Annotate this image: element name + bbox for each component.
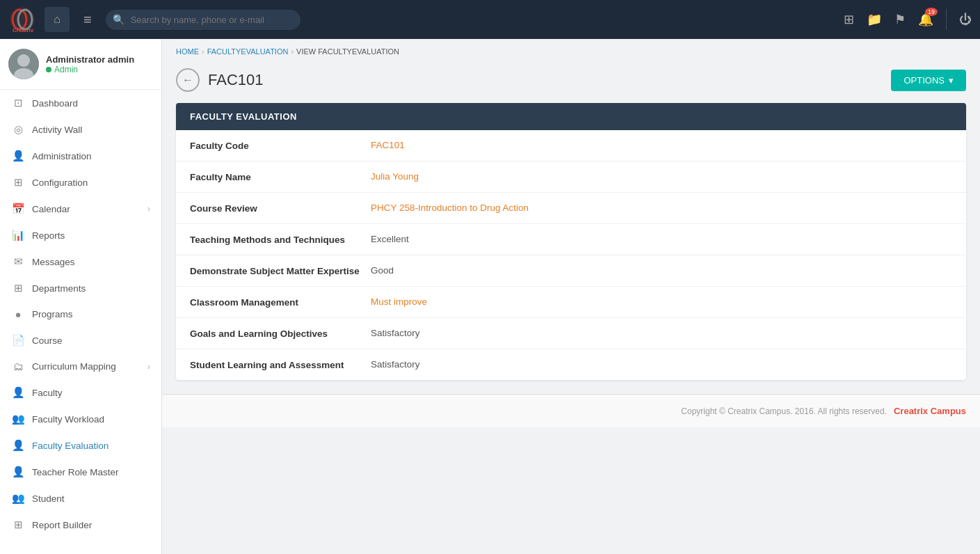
- field-label-course-review: Course Review: [190, 203, 371, 214]
- programs-icon: ●: [11, 308, 25, 320]
- sidebar-item-student[interactable]: 👥 Student: [0, 485, 161, 512]
- main-layout: Administrator admin Admin ⊡ Dashboard ◎ …: [0, 39, 980, 554]
- sidebar-item-reports[interactable]: 📊 Reports: [0, 222, 161, 248]
- back-button[interactable]: ←: [176, 68, 200, 92]
- field-label-classroom-management: Classroom Management: [190, 296, 371, 308]
- sidebar-item-label: Departments: [32, 283, 86, 294]
- field-row-subject-matter: Demonstrate Subject Matter Expertise Goo…: [176, 255, 966, 287]
- page-footer: Copyright © Creatrix Campus. 2016. All r…: [162, 394, 980, 427]
- sidebar-item-label: Reports: [32, 230, 65, 241]
- field-label-teaching-methods: Teaching Methods and Techniques: [190, 234, 371, 245]
- page-title: FAC101: [208, 71, 264, 89]
- workload-icon: 👥: [11, 413, 25, 425]
- evaluation-icon: 👤: [11, 439, 25, 452]
- dashboard-icon: ⊡: [11, 97, 25, 109]
- sidebar-item-label: Calendar: [32, 204, 70, 214]
- field-label-student-learning: Student Learning and Assessment: [190, 359, 371, 370]
- field-value-teaching-methods: Excellent: [371, 234, 952, 244]
- grid-icon: ⊞: [11, 176, 25, 189]
- sidebar-item-dashboard[interactable]: ⊡ Dashboard: [0, 90, 161, 116]
- sidebar-item-programs[interactable]: ● Programs: [0, 301, 161, 327]
- sidebar-item-label: Administration: [32, 151, 92, 161]
- field-row-classroom-management: Classroom Management Must improve: [176, 287, 966, 318]
- reports-icon: 📊: [11, 229, 25, 242]
- topnav-right-icons: ⊞ 📁 ⚑ 🔔 19 ⏻: [844, 9, 972, 30]
- sidebar-item-report-builder[interactable]: ⊞ Report Builder: [0, 512, 161, 538]
- sidebar-item-messages[interactable]: ✉ Messages: [0, 248, 161, 275]
- field-value-course-review[interactable]: PHCY 258-Introduction to Drug Action: [371, 203, 952, 213]
- student-icon: 👥: [11, 492, 25, 505]
- field-row-course-review: Course Review PHCY 258-Introduction to D…: [176, 193, 966, 224]
- power-icon[interactable]: ⏻: [959, 13, 972, 27]
- breadcrumb-sep1: ›: [202, 47, 204, 56]
- sidebar-item-faculty[interactable]: 👤 Faculty: [0, 379, 161, 406]
- breadcrumb-section[interactable]: FACULTYEVALUATION: [207, 47, 289, 56]
- breadcrumb: HOME › FACULTYEVALUATION › VIEW FACULTYE…: [162, 39, 980, 64]
- footer-copyright: Copyright © Creatrix Campus. 2016. All r…: [681, 406, 887, 416]
- sidebar-item-label: Teacher Role Master: [32, 467, 119, 477]
- messages-icon: ✉: [11, 255, 25, 268]
- breadcrumb-sep2: ›: [291, 47, 294, 56]
- breadcrumb-current: VIEW FACULTYEVALUATION: [296, 47, 399, 56]
- sidebar-item-label: Faculty Workload: [32, 414, 104, 425]
- sidebar-item-faculty-workload[interactable]: 👥 Faculty Workload: [0, 406, 161, 432]
- logo: Creatrix: [8, 6, 36, 33]
- sidebar-item-label: Course: [32, 335, 63, 346]
- field-label-goals-learning: Goals and Learning Objectives: [190, 328, 371, 339]
- sidebar-item-configuration[interactable]: ⊞ Configuration: [0, 169, 161, 196]
- user-info: Administrator admin Admin: [46, 54, 134, 74]
- online-indicator: [46, 67, 51, 72]
- grid-icon[interactable]: ⊞: [844, 12, 854, 27]
- sidebar-item-label: Curriculum Mapping: [32, 361, 116, 372]
- field-row-faculty-name: Faculty Name Julia Young: [176, 161, 966, 193]
- card-header: FACULTY EVALUATION: [176, 103, 966, 130]
- course-icon: 📄: [11, 334, 25, 347]
- sidebar-item-curriculum-mapping[interactable]: 🗂 Curriculum Mapping ›: [0, 354, 161, 379]
- home-button[interactable]: ⌂: [45, 7, 70, 32]
- card-body: Faculty Code FAC101 Faculty Name Julia Y…: [176, 130, 966, 380]
- sidebar-item-course[interactable]: 📄 Course: [0, 327, 161, 354]
- field-value-faculty-code[interactable]: FAC101: [371, 140, 952, 150]
- sidebar-item-label: Dashboard: [32, 98, 78, 109]
- calendar-icon: 📅: [11, 203, 25, 215]
- departments-icon: ⊞: [11, 282, 25, 294]
- field-value-goals-learning: Satisfactory: [371, 328, 952, 338]
- field-row-goals-learning: Goals and Learning Objectives Satisfacto…: [176, 318, 966, 349]
- search-input[interactable]: [106, 10, 300, 30]
- nav-divider: [946, 9, 947, 30]
- field-row-faculty-code: Faculty Code FAC101: [176, 130, 966, 161]
- sidebar-item-label: Programs: [32, 309, 73, 319]
- curriculum-icon: 🗂: [11, 361, 25, 372]
- field-row-student-learning: Student Learning and Assessment Satisfac…: [176, 349, 966, 380]
- chevron-right-icon: ›: [147, 204, 150, 214]
- search-area: 🔍: [106, 10, 300, 30]
- search-icon: 🔍: [113, 14, 124, 25]
- user-panel: Administrator admin Admin: [0, 39, 161, 90]
- sidebar-item-teacher-role-master[interactable]: 👤 Teacher Role Master: [0, 459, 161, 485]
- field-value-faculty-name[interactable]: Julia Young: [371, 171, 952, 182]
- options-button[interactable]: OPTIONS ▾: [891, 70, 966, 91]
- footer-logo: Creatrix Campus: [894, 406, 966, 416]
- main-content: HOME › FACULTYEVALUATION › VIEW FACULTYE…: [162, 39, 980, 554]
- svg-point-5: [17, 54, 30, 67]
- svg-text:Creatrix: Creatrix: [13, 27, 34, 33]
- sidebar-item-faculty-evaluation[interactable]: 👤 Faculty Evaluation: [0, 432, 161, 459]
- notification-icon[interactable]: 🔔 19: [918, 12, 933, 27]
- hamburger-button[interactable]: ≡: [78, 9, 97, 31]
- sidebar-item-activity-wall[interactable]: ◎ Activity Wall: [0, 116, 161, 143]
- page-header: ← FAC101 OPTIONS ▾: [162, 64, 980, 103]
- folder-icon[interactable]: 📁: [867, 12, 882, 27]
- sidebar-item-calendar[interactable]: 📅 Calendar ›: [0, 196, 161, 222]
- breadcrumb-home[interactable]: HOME: [176, 47, 199, 56]
- sidebar-item-departments[interactable]: ⊞ Departments: [0, 275, 161, 301]
- sidebar-item-administration[interactable]: 👤 Administration: [0, 143, 161, 169]
- field-label-faculty-name: Faculty Name: [190, 171, 371, 182]
- sidebar-item-label: Activity Wall: [32, 125, 82, 135]
- activity-icon: ◎: [11, 123, 25, 136]
- options-label: OPTIONS: [903, 75, 945, 86]
- faculty-icon: 👤: [11, 386, 25, 399]
- avatar: [8, 49, 39, 79]
- flag-icon[interactable]: ⚑: [894, 12, 906, 27]
- sidebar-item-label: Faculty: [32, 388, 63, 398]
- chevron-down-icon: ▾: [949, 75, 954, 86]
